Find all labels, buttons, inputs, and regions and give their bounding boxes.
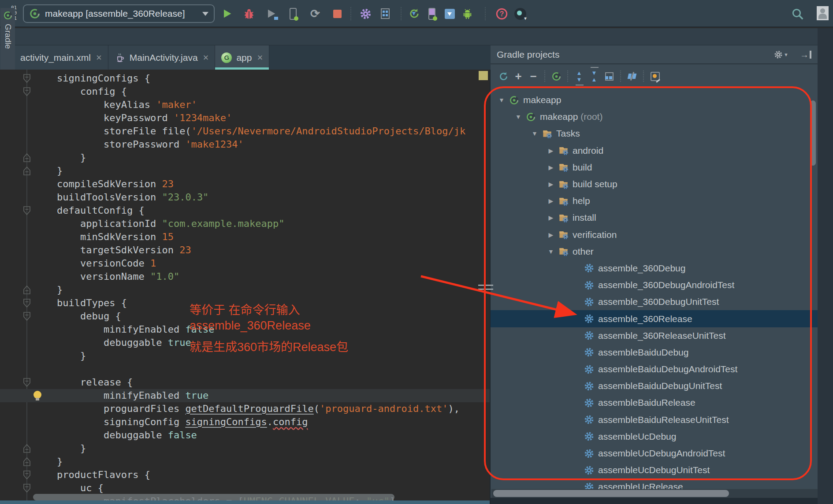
tree-node-android[interactable]: ▶android	[491, 142, 818, 159]
gradle-tool-window-tab[interactable]: Gradle	[0, 8, 15, 70]
code-line: }	[0, 455, 491, 468]
panel-settings-button[interactable]: ▼	[774, 50, 788, 59]
gradle-task-assembleBaiduReleaseUnitTest[interactable]: assembleBaiduReleaseUnitTest	[491, 411, 818, 428]
inspection-status-icon[interactable]	[479, 71, 488, 80]
navigation-bar	[0, 28, 833, 45]
close-tab-icon[interactable]: ×	[96, 53, 102, 62]
tab-MainActivity.java[interactable]: MainActivity.java×	[108, 45, 216, 70]
code-line: targetSdkVersion 23	[0, 244, 491, 257]
project-structure-button[interactable]	[377, 6, 393, 22]
tree-node-makeapp[interactable]: ▼makeapp	[491, 92, 818, 108]
rerun-button[interactable]: ⟳	[307, 6, 323, 22]
gradle-icon-button[interactable]	[549, 69, 564, 84]
chevron-expanded-icon[interactable]: ▼	[543, 248, 558, 255]
tree-node-build[interactable]: ▶build	[491, 159, 818, 176]
chevron-collapsed-icon[interactable]: ▶	[543, 181, 558, 188]
tree-node-other[interactable]: ▼other	[491, 243, 818, 260]
tab-activity_main.xml[interactable]: activity_main.xml×	[0, 45, 108, 70]
run-task-button[interactable]	[625, 69, 640, 84]
gradle-task-assemble_360Debug[interactable]: assemble_360Debug	[491, 260, 818, 277]
tree-node-label: android	[573, 145, 603, 156]
tab-app[interactable]: Gapp×	[215, 45, 269, 70]
tree-node-label: help	[573, 196, 590, 206]
gradle-task-assemble_360Release[interactable]: assemble_360Release	[491, 310, 818, 327]
chevron-collapsed-icon[interactable]: ▶	[543, 147, 558, 154]
fold-down-icon[interactable]	[22, 74, 32, 83]
annotation-note-line: 等价于 在命令行输入	[190, 300, 300, 318]
gradle-task-assembleUcDebugAndroidTest[interactable]: assembleUcDebugAndroidTest	[491, 445, 818, 462]
gradle-sync-button[interactable]: ▼	[406, 6, 422, 22]
gradle-task-assemble_360DebugUnitTest[interactable]: assemble_360DebugUnitTest	[491, 293, 818, 310]
chevron-expanded-icon[interactable]: ▼	[527, 130, 542, 137]
gradle-task-assembleBaiduRelease[interactable]: assembleBaiduRelease	[491, 394, 818, 411]
chevron-collapsed-icon[interactable]: ▶	[543, 214, 558, 221]
settings-button[interactable]	[357, 6, 373, 22]
intention-lightbulb-icon[interactable]	[33, 391, 41, 399]
close-tab-icon[interactable]: ×	[203, 53, 209, 62]
fold-down-icon[interactable]	[22, 87, 32, 96]
splitter-handle[interactable]	[478, 289, 493, 290]
fold-up-icon[interactable]	[22, 285, 32, 295]
fold-up-icon[interactable]	[22, 166, 32, 176]
user-avatar[interactable]	[817, 6, 829, 20]
code-line: }	[0, 283, 491, 296]
help-group: ▾	[494, 6, 528, 22]
debug-button[interactable]	[241, 6, 257, 22]
code-editor[interactable]: signingConfigs { config { keyAlias 'make…	[0, 70, 491, 504]
run-configuration-select[interactable]: makeapp [assemble_360Release]	[23, 4, 215, 23]
tree-node-verification[interactable]: ▶verification	[491, 226, 818, 243]
fold-down-icon[interactable]	[22, 378, 32, 387]
fold-down-icon[interactable]	[22, 470, 32, 480]
sdk-manager-button[interactable]	[442, 6, 457, 22]
splitter-handle[interactable]	[478, 285, 493, 286]
search-everywhere-button[interactable]	[790, 6, 806, 22]
fold-down-icon[interactable]	[22, 206, 32, 215]
gradle-settings-button[interactable]	[647, 69, 662, 84]
editor-horizontal-scrollbar[interactable]	[33, 494, 394, 500]
attach-gradle-project-button[interactable]: +	[511, 69, 526, 84]
gradle-task-assembleUcDebug[interactable]: assembleUcDebug	[491, 428, 818, 445]
detach-gradle-project-button[interactable]: −	[526, 69, 541, 84]
android-monitor-button[interactable]	[459, 6, 475, 22]
fold-down-icon[interactable]	[22, 311, 32, 321]
fold-up-icon[interactable]	[22, 457, 32, 467]
close-tab-icon[interactable]: ×	[257, 53, 263, 62]
fold-up-icon[interactable]	[22, 444, 32, 453]
avd-manager-button[interactable]	[424, 6, 440, 22]
run-coverage-button[interactable]	[263, 6, 279, 22]
chevron-expanded-icon[interactable]: ▼	[494, 96, 509, 104]
tree-node-label: verification	[573, 230, 617, 240]
chevron-collapsed-icon[interactable]: ▶	[543, 197, 558, 204]
panel-horizontal-scrollbar[interactable]	[491, 489, 818, 498]
tree-node-build-setup[interactable]: ▶build setup	[491, 176, 818, 193]
gradle-task-assemble_360DebugAndroidTest[interactable]: assemble_360DebugAndroidTest	[491, 277, 818, 293]
panel-vertical-scrollbar[interactable]	[810, 100, 816, 166]
show-task-details-button[interactable]	[602, 69, 617, 84]
gradle-task-assembleUcDebugUnitTest[interactable]: assembleUcDebugUnitTest	[491, 462, 818, 478]
scrollbar-thumb[interactable]	[493, 490, 729, 497]
chevron-expanded-icon[interactable]: ▼	[511, 113, 526, 120]
whats-new-button[interactable]: ▾	[512, 6, 528, 22]
gradle-task-assembleBaiduDebugAndroidTest[interactable]: assembleBaiduDebugAndroidTest	[491, 361, 818, 378]
gradle-task-assemble_360ReleaseUnitTest[interactable]: assemble_360ReleaseUnitTest	[491, 327, 818, 344]
refresh-gradle-button[interactable]	[496, 69, 511, 84]
collapse-all-button[interactable]: ▼▲	[587, 69, 602, 84]
help-button[interactable]	[494, 6, 509, 22]
tree-node-makeapp[interactable]: ▼makeapp (root)	[491, 108, 818, 125]
chevron-collapsed-icon[interactable]: ▶	[543, 164, 558, 171]
fold-down-icon[interactable]	[22, 483, 32, 493]
tree-node-Tasks[interactable]: ▼Tasks	[491, 125, 818, 142]
gradle-task-assembleBaiduDebugUnitTest[interactable]: assembleBaiduDebugUnitTest	[491, 378, 818, 394]
gradle-task-assembleBaiduDebug[interactable]: assembleBaiduDebug	[491, 344, 818, 361]
attach-debugger-button[interactable]	[285, 6, 301, 22]
fold-down-icon[interactable]	[22, 298, 32, 308]
run-group: ⟳	[219, 6, 345, 22]
expand-all-button[interactable]: ▲▼	[572, 69, 587, 84]
stop-button[interactable]	[329, 6, 345, 22]
hide-panel-button[interactable]: →	[800, 51, 811, 59]
tree-node-help[interactable]: ▶help	[491, 193, 818, 209]
chevron-collapsed-icon[interactable]: ▶	[543, 231, 558, 238]
fold-up-icon[interactable]	[22, 153, 32, 163]
tree-node-install[interactable]: ▶install	[491, 209, 818, 226]
run-button[interactable]	[219, 6, 235, 22]
